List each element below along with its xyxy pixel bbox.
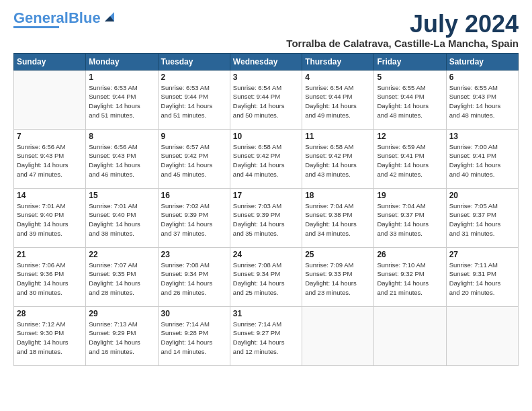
day-number: 18 (305, 191, 371, 200)
day-info: Sunrise: 7:13 AM Sunset: 9:29 PM Dayligh… (89, 320, 154, 357)
calendar-cell: 14Sunrise: 7:01 AM Sunset: 9:40 PM Dayli… (14, 188, 86, 247)
day-info: Sunrise: 7:14 AM Sunset: 9:27 PM Dayligh… (233, 320, 299, 357)
day-info: Sunrise: 7:11 AM Sunset: 9:31 PM Dayligh… (449, 261, 515, 298)
calendar-cell (446, 306, 518, 365)
day-info: Sunrise: 7:02 AM Sunset: 9:39 PM Dayligh… (161, 201, 227, 238)
col-monday: Monday (86, 53, 158, 70)
title-block: July 2024 Torralba de Calatrava, Castill… (286, 11, 519, 49)
calendar-cell (14, 70, 86, 129)
day-info: Sunrise: 7:10 AM Sunset: 9:32 PM Dayligh… (377, 261, 443, 298)
day-number: 29 (89, 309, 154, 318)
calendar-week-4: 21Sunrise: 7:06 AM Sunset: 9:36 PM Dayli… (14, 247, 519, 306)
day-number: 23 (161, 250, 227, 259)
day-number: 25 (305, 250, 371, 259)
col-friday: Friday (374, 53, 446, 70)
day-number: 28 (17, 309, 83, 318)
calendar-cell: 5Sunrise: 6:55 AM Sunset: 9:44 PM Daylig… (374, 70, 446, 129)
day-number: 17 (233, 191, 299, 200)
day-info: Sunrise: 6:56 AM Sunset: 9:43 PM Dayligh… (89, 142, 154, 179)
day-number: 19 (377, 191, 443, 200)
calendar-cell: 18Sunrise: 7:04 AM Sunset: 9:38 PM Dayli… (302, 188, 374, 247)
calendar-week-1: 1Sunrise: 6:53 AM Sunset: 9:44 PM Daylig… (14, 70, 519, 129)
day-number: 11 (305, 132, 371, 141)
day-number: 4 (305, 73, 371, 82)
day-number: 27 (449, 250, 515, 259)
logo: GeneralBlue (13, 11, 117, 28)
logo-text: GeneralBlue (13, 11, 101, 26)
day-number: 31 (233, 309, 299, 318)
day-info: Sunrise: 7:14 AM Sunset: 9:28 PM Dayligh… (161, 320, 227, 357)
day-number: 2 (161, 73, 227, 82)
day-info: Sunrise: 6:54 AM Sunset: 9:44 PM Dayligh… (305, 83, 371, 120)
location-title: Torralba de Calatrava, Castille-La Manch… (286, 38, 519, 49)
col-wednesday: Wednesday (230, 53, 302, 70)
day-info: Sunrise: 7:04 AM Sunset: 9:38 PM Dayligh… (305, 201, 371, 238)
calendar-cell: 28Sunrise: 7:12 AM Sunset: 9:30 PM Dayli… (14, 306, 86, 365)
day-info: Sunrise: 7:01 AM Sunset: 9:40 PM Dayligh… (89, 201, 154, 238)
day-info: Sunrise: 7:08 AM Sunset: 9:34 PM Dayligh… (233, 261, 299, 298)
day-number: 16 (161, 191, 227, 200)
day-info: Sunrise: 6:58 AM Sunset: 9:42 PM Dayligh… (233, 142, 299, 179)
logo-underline (13, 26, 59, 28)
day-number: 14 (17, 191, 83, 200)
calendar-header-row: Sunday Monday Tuesday Wednesday Thursday… (14, 53, 519, 70)
calendar-cell (302, 306, 374, 365)
day-info: Sunrise: 6:53 AM Sunset: 9:44 PM Dayligh… (161, 83, 227, 120)
day-number: 26 (377, 250, 443, 259)
day-info: Sunrise: 6:54 AM Sunset: 9:44 PM Dayligh… (233, 83, 299, 120)
calendar-cell: 27Sunrise: 7:11 AM Sunset: 9:31 PM Dayli… (446, 247, 518, 306)
day-info: Sunrise: 7:08 AM Sunset: 9:34 PM Dayligh… (161, 261, 227, 298)
calendar-cell: 17Sunrise: 7:03 AM Sunset: 9:39 PM Dayli… (230, 188, 302, 247)
day-number: 7 (17, 132, 83, 141)
calendar-cell: 31Sunrise: 7:14 AM Sunset: 9:27 PM Dayli… (230, 306, 302, 365)
calendar-cell: 6Sunrise: 6:55 AM Sunset: 9:43 PM Daylig… (446, 70, 518, 129)
logo-general: General (13, 9, 69, 26)
calendar-cell: 23Sunrise: 7:08 AM Sunset: 9:34 PM Dayli… (158, 247, 230, 306)
day-number: 12 (377, 132, 443, 141)
calendar-cell: 1Sunrise: 6:53 AM Sunset: 9:44 PM Daylig… (86, 70, 158, 129)
calendar-cell: 30Sunrise: 7:14 AM Sunset: 9:28 PM Dayli… (158, 306, 230, 365)
day-number: 3 (233, 73, 299, 82)
day-info: Sunrise: 6:57 AM Sunset: 9:42 PM Dayligh… (161, 142, 227, 179)
day-info: Sunrise: 6:53 AM Sunset: 9:44 PM Dayligh… (89, 83, 154, 120)
day-info: Sunrise: 7:12 AM Sunset: 9:30 PM Dayligh… (17, 320, 83, 357)
day-number: 13 (449, 132, 515, 141)
calendar-cell: 25Sunrise: 7:09 AM Sunset: 9:33 PM Dayli… (302, 247, 374, 306)
day-number: 15 (89, 191, 154, 200)
day-info: Sunrise: 7:07 AM Sunset: 9:35 PM Dayligh… (89, 261, 154, 298)
calendar-cell: 19Sunrise: 7:04 AM Sunset: 9:37 PM Dayli… (374, 188, 446, 247)
day-number: 8 (89, 132, 154, 141)
calendar: Sunday Monday Tuesday Wednesday Thursday… (13, 53, 519, 366)
calendar-cell: 11Sunrise: 6:58 AM Sunset: 9:42 PM Dayli… (302, 129, 374, 188)
calendar-cell: 3Sunrise: 6:54 AM Sunset: 9:44 PM Daylig… (230, 70, 302, 129)
day-number: 30 (161, 309, 227, 318)
calendar-cell: 26Sunrise: 7:10 AM Sunset: 9:32 PM Dayli… (374, 247, 446, 306)
day-info: Sunrise: 7:01 AM Sunset: 9:40 PM Dayligh… (17, 201, 83, 238)
day-info: Sunrise: 6:55 AM Sunset: 9:43 PM Dayligh… (449, 83, 515, 120)
calendar-week-2: 7Sunrise: 6:56 AM Sunset: 9:43 PM Daylig… (14, 129, 519, 188)
calendar-cell (374, 306, 446, 365)
calendar-cell: 2Sunrise: 6:53 AM Sunset: 9:44 PM Daylig… (158, 70, 230, 129)
day-info: Sunrise: 7:03 AM Sunset: 9:39 PM Dayligh… (233, 201, 299, 238)
logo-icon (102, 9, 117, 24)
col-tuesday: Tuesday (158, 53, 230, 70)
day-info: Sunrise: 7:09 AM Sunset: 9:33 PM Dayligh… (305, 261, 371, 298)
day-number: 21 (17, 250, 83, 259)
col-thursday: Thursday (302, 53, 374, 70)
day-info: Sunrise: 7:06 AM Sunset: 9:36 PM Dayligh… (17, 261, 83, 298)
day-number: 1 (89, 73, 154, 82)
calendar-cell: 7Sunrise: 6:56 AM Sunset: 9:43 PM Daylig… (14, 129, 86, 188)
day-number: 20 (449, 191, 515, 200)
calendar-cell: 29Sunrise: 7:13 AM Sunset: 9:29 PM Dayli… (86, 306, 158, 365)
col-sunday: Sunday (14, 53, 86, 70)
calendar-cell: 10Sunrise: 6:58 AM Sunset: 9:42 PM Dayli… (230, 129, 302, 188)
logo-blue: Blue (69, 9, 101, 26)
header: GeneralBlue July 2024 Torralba de Calatr… (13, 11, 519, 49)
calendar-week-3: 14Sunrise: 7:01 AM Sunset: 9:40 PM Dayli… (14, 188, 519, 247)
day-info: Sunrise: 7:04 AM Sunset: 9:37 PM Dayligh… (377, 201, 443, 238)
day-info: Sunrise: 6:59 AM Sunset: 9:41 PM Dayligh… (377, 142, 443, 179)
calendar-cell: 22Sunrise: 7:07 AM Sunset: 9:35 PM Dayli… (86, 247, 158, 306)
day-info: Sunrise: 6:55 AM Sunset: 9:44 PM Dayligh… (377, 83, 443, 120)
day-info: Sunrise: 6:56 AM Sunset: 9:43 PM Dayligh… (17, 142, 83, 179)
calendar-cell: 15Sunrise: 7:01 AM Sunset: 9:40 PM Dayli… (86, 188, 158, 247)
